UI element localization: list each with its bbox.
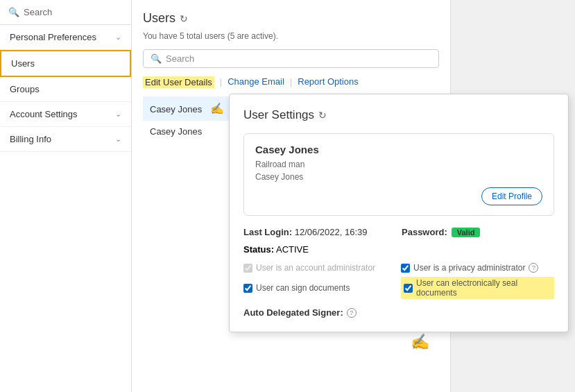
sidebar-item-users[interactable]: Users (0, 50, 131, 77)
checkbox-privacy-admin[interactable]: User is a privacy administrator ? (401, 263, 554, 273)
refresh-icon[interactable]: ↻ (318, 110, 327, 121)
sidebar-item-label: Groups (10, 84, 40, 94)
sidebar-item-personal-preferences[interactable]: Personal Preferences ⌄ (0, 25, 131, 50)
privacy-admin-checkbox[interactable] (401, 264, 410, 273)
sidebar-item-groups[interactable]: Groups (0, 77, 131, 102)
refresh-icon[interactable]: ↻ (180, 13, 188, 24)
change-email-link[interactable]: Change Email (228, 76, 284, 88)
sidebar-search-bar[interactable]: 🔍 Search (0, 0, 131, 25)
status-label: Status: (243, 244, 274, 255)
users-search-bar[interactable]: 🔍 Search (143, 49, 439, 68)
users-panel-title: Users ↻ (143, 11, 439, 26)
checkbox-account-admin: User is an account administrator (243, 263, 397, 273)
chevron-down-icon: ⌄ (115, 110, 121, 119)
user-info-grid: Last Login: 12/06/2022, 16:39 Password: … (243, 227, 554, 237)
last-login-label: Last Login: (243, 227, 295, 237)
report-options-link[interactable]: Report Options (298, 76, 358, 88)
chevron-down-icon: ⌄ (115, 135, 121, 144)
chevron-down-icon: ⌄ (115, 33, 121, 42)
password-label: Password: (402, 227, 447, 237)
auto-delegated-label: Auto Delegated Signer: (243, 307, 343, 318)
edit-profile-button[interactable]: Edit Profile (481, 187, 542, 205)
action-links-bar: Edit User Details | Change Email | Repor… (143, 76, 439, 88)
user-settings-panel: User Settings ↻ Casey Jones Railroad man… (229, 94, 569, 332)
users-search-placeholder: Search (166, 53, 194, 64)
sidebar-item-account-settings[interactable]: Account Settings ⌄ (0, 102, 131, 127)
status-row: Status: ACTIVE (243, 244, 554, 255)
profile-username: Casey Jones (255, 172, 542, 182)
users-panel-subtitle: You have 5 total users (5 are active). (143, 31, 439, 41)
checkbox-seal-docs[interactable]: User can electronically seal documents (401, 277, 554, 299)
auto-delegated-help-icon[interactable]: ? (347, 308, 357, 318)
sidebar-item-label: Users (11, 58, 35, 69)
seal-docs-checkbox[interactable] (404, 284, 413, 293)
user-profile-card: Casey Jones Railroad man Casey Jones Edi… (243, 133, 554, 216)
sidebar-item-label: Personal Preferences (10, 32, 96, 42)
last-login-info: Last Login: 12/06/2022, 16:39 (243, 227, 396, 237)
account-admin-checkbox (243, 264, 252, 273)
help-icon[interactable]: ? (529, 263, 538, 273)
settings-panel-title: User Settings ↻ (243, 108, 554, 122)
search-icon: 🔍 (151, 53, 162, 64)
password-info: Password: Valid (402, 227, 554, 237)
last-login-value: 12/06/2022, 16:39 (295, 227, 368, 237)
sidebar-item-billing-info[interactable]: Billing Info ⌄ (0, 127, 131, 152)
sidebar-item-label: Account Settings (10, 109, 78, 119)
checkbox-sign-docs[interactable]: User can sign documents (243, 277, 397, 299)
password-status-badge: Valid (452, 228, 481, 237)
edit-user-details-link[interactable]: Edit User Details (143, 76, 214, 88)
search-icon: 🔍 (8, 7, 19, 17)
profile-role: Railroad man (255, 160, 542, 169)
sidebar-nav: Personal Preferences ⌄ Users Groups Acco… (0, 25, 131, 392)
sign-docs-checkbox[interactable] (243, 284, 252, 293)
permissions-checkboxes: User is an account administrator User is… (243, 263, 554, 299)
sidebar-item-label: Billing Info (10, 134, 51, 144)
sidebar: 🔍 Search Personal Preferences ⌄ Users Gr… (0, 0, 132, 392)
cursor-hand-icon: ✍ (210, 102, 224, 115)
profile-name: Casey Jones (255, 144, 542, 155)
cursor-hand-overlay: ✍ (411, 333, 429, 351)
status-value: ACTIVE (276, 244, 309, 255)
sidebar-search-label: Search (24, 7, 52, 17)
auto-delegated-signer-row: Auto Delegated Signer: ? (243, 307, 554, 318)
